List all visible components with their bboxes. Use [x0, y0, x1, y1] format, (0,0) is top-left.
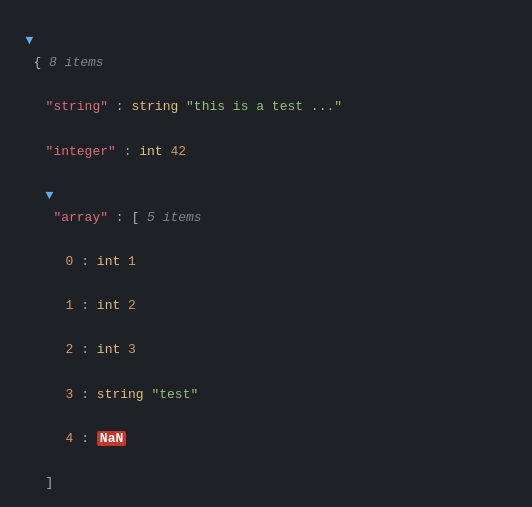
type-string: string: [131, 99, 178, 114]
array-item-4: 4 : NaN: [10, 406, 522, 450]
value-string: "this is a test ...": [178, 99, 342, 114]
array-close: ]: [10, 450, 522, 494]
array-type-2: int: [97, 342, 120, 357]
array-type-0: int: [97, 254, 120, 269]
arrow-array[interactable]: ▼: [46, 188, 54, 203]
row-float: "float" : float 3.14159: [10, 494, 522, 507]
array-value-2: 3: [120, 342, 136, 357]
row-array-open: ▼ "array" : [ 5 items: [10, 163, 522, 229]
array-item-3: 3 : string "test": [10, 362, 522, 406]
array-item-2: 2 : int 3: [10, 317, 522, 361]
type-integer: int: [139, 144, 162, 159]
row-string: "string" : string "this is a test ...": [10, 74, 522, 118]
array-value-3: "test": [144, 387, 199, 402]
array-type-1: int: [97, 298, 120, 313]
row-integer: "integer" : int 42: [10, 118, 522, 162]
nan-badge: NaN: [97, 431, 126, 446]
arrow-root: ▼: [26, 33, 34, 48]
array-value-1: 2: [120, 298, 136, 313]
array-item-1: 1 : int 2: [10, 273, 522, 317]
array-count: 5 items: [139, 210, 201, 225]
array-value-0: 1: [120, 254, 136, 269]
value-integer: 42: [163, 144, 186, 159]
key-string: "string": [46, 99, 108, 114]
key-array: "array": [46, 210, 108, 225]
array-bracket-close: ]: [46, 475, 54, 490]
array-type-3: string: [97, 387, 144, 402]
array-item-0: 0 : int 1: [10, 229, 522, 273]
key-integer: "integer": [46, 144, 116, 159]
root-bracket: { 8 items: [26, 55, 104, 70]
root-open: ▼ { 8 items: [10, 8, 522, 74]
